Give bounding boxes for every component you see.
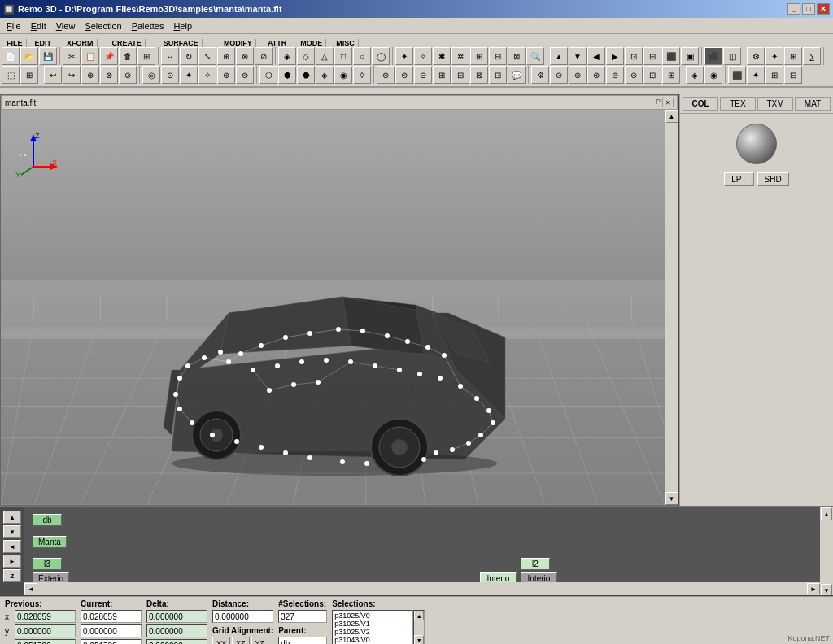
selection-item-2[interactable]: p31025/V1 [334,620,412,628]
selections-listbox[interactable]: p31025/V0 p31025/V1 p31025/V2 p31043/V0 [332,610,413,644]
nav-down[interactable]: ▼ [3,525,21,538]
z-delta-input[interactable] [146,639,207,644]
copy-button[interactable]: 📋 [81,47,99,65]
edit2-btn5[interactable]: ⊘ [119,66,137,84]
tab-txm[interactable]: TXM [757,97,793,111]
x-previous-input[interactable] [15,610,76,623]
tree-node-db[interactable]: db [33,514,62,526]
list-scroll-down[interactable]: ▼ [414,635,424,644]
create2-btn2[interactable]: ⬢ [278,66,296,84]
shd-button[interactable]: SHD [757,172,789,186]
mod2-btn4[interactable]: ⊛ [587,66,605,84]
tree-node-l2[interactable]: l2 [521,558,550,570]
tab-tex[interactable]: TEX [720,97,756,111]
mode-btn2[interactable]: ◫ [723,47,741,65]
selection-item-3[interactable]: p31025/V2 [334,628,412,636]
menu-selection[interactable]: Selection [80,20,126,32]
misc2-btn2[interactable]: ✦ [747,66,765,84]
mod-btn2[interactable]: ▼ [569,47,587,65]
file2-btn1[interactable]: ⬚ [2,66,20,84]
mod-btn5[interactable]: ⊡ [625,47,643,65]
nav-left[interactable]: ◄ [3,540,21,553]
surf-btn4[interactable]: ✲ [451,47,469,65]
tree-node-l3[interactable]: l3 [33,558,62,570]
scroll-up-button[interactable]: ▲ [665,110,678,123]
xform2-btn4[interactable]: ✧ [198,66,216,84]
y-delta-input[interactable] [146,624,207,637]
create2-btn5[interactable]: ◉ [334,66,352,84]
create-btn2[interactable]: ◇ [297,47,315,65]
misc-btn4[interactable]: ∑ [803,47,821,65]
surf2-btn3[interactable]: ⊝ [414,66,432,84]
attr-btn1[interactable]: ⬛ [662,47,680,65]
hscroll-right[interactable]: ► [807,583,820,594]
xform-btn5[interactable]: ⊗ [236,47,254,65]
minimize-button[interactable]: _ [787,3,800,15]
paste-button[interactable]: 📌 [100,47,118,65]
distance-input[interactable] [212,610,273,623]
viewport-scrollbar[interactable]: ▲ ▼ [665,110,678,505]
maximize-button[interactable]: □ [802,3,815,15]
surf-btn6[interactable]: ⊟ [489,47,507,65]
z-previous-input[interactable] [15,639,76,644]
y-previous-input[interactable] [15,624,76,637]
lpt-button[interactable]: LPT [724,172,753,186]
tab-mat[interactable]: MAT [795,97,831,111]
surf-btn7[interactable]: ⊠ [508,47,526,65]
surf2-btn2[interactable]: ⊜ [395,66,413,84]
edit2-btn4[interactable]: ⊗ [100,66,118,84]
surf-btn5[interactable]: ⊞ [470,47,488,65]
create2-btn6[interactable]: ◊ [353,66,371,84]
y-current-input[interactable] [81,624,142,637]
create-btn4[interactable]: □ [334,47,352,65]
nav-up[interactable]: ▲ [3,511,21,524]
list-scroll-up[interactable]: ▲ [414,611,424,620]
new-button[interactable]: 📄 [2,47,20,65]
selection-item-1[interactable]: p31025/V0 [334,611,412,620]
create-btn3[interactable]: △ [316,47,334,65]
undo-button[interactable]: ↩ [44,66,62,84]
xform2-btn2[interactable]: ⊙ [161,66,179,84]
selection-item-4[interactable]: p31043/V0 [334,636,412,644]
edit-btn5[interactable]: ⊞ [137,47,155,65]
scroll-down-button[interactable]: ▼ [665,492,678,505]
attr-btn2[interactable]: ▣ [681,47,699,65]
nav-right[interactable]: ► [3,555,21,568]
bottom-hscroll[interactable]: ◄ ► [24,582,820,595]
z-current-input[interactable] [81,639,142,644]
open-button[interactable]: 📂 [20,47,38,65]
xform-btn6[interactable]: ⊘ [255,47,273,65]
menu-view[interactable]: View [51,20,81,32]
surf2-btn4[interactable]: ⊞ [433,66,451,84]
surf2-btn7[interactable]: ⊡ [489,66,507,84]
xform-btn4[interactable]: ⊕ [217,47,235,65]
surf-btn3[interactable]: ✱ [433,47,451,65]
menu-file[interactable]: File [2,20,26,32]
mod2-btn3[interactable]: ⊚ [569,66,587,84]
surf-btn2[interactable]: ✧ [414,47,432,65]
mod-btn6[interactable]: ⊟ [643,47,661,65]
mod2-btn1[interactable]: ⚙ [531,66,549,84]
mod-btn4[interactable]: ▶ [606,47,624,65]
xform2-btn1[interactable]: ◎ [142,66,160,84]
misc2-btn1[interactable]: ⬛ [728,66,746,84]
create2-btn1[interactable]: ⬡ [259,66,277,84]
mod2-btn5[interactable]: ⊜ [606,66,624,84]
surf2-btn8[interactable]: 💬 [508,66,526,84]
bottom-vscroll[interactable]: ▲ ▼ [820,507,833,597]
surf-btn1[interactable]: ✦ [395,47,413,65]
vscroll-up[interactable]: ▲ [821,507,832,520]
cut-button[interactable]: ✂ [63,47,81,65]
mode-btn1[interactable]: ⬛ [704,47,722,65]
mode2-btn1[interactable]: ◈ [686,66,704,84]
viewport-close-button[interactable]: ✕ [662,98,674,107]
mod2-btn2[interactable]: ⊙ [550,66,568,84]
tree-node-manta[interactable]: Manta [33,536,67,548]
surf2-btn5[interactable]: ⊟ [451,66,469,84]
mode2-btn2[interactable]: ◉ [704,66,722,84]
misc2-btn4[interactable]: ⊟ [784,66,802,84]
edit2-btn3[interactable]: ⊕ [81,66,99,84]
attr2-btn1[interactable]: ⊡ [643,66,661,84]
create2-btn3[interactable]: ⬣ [297,66,315,84]
misc-btn2[interactable]: ✦ [765,47,783,65]
